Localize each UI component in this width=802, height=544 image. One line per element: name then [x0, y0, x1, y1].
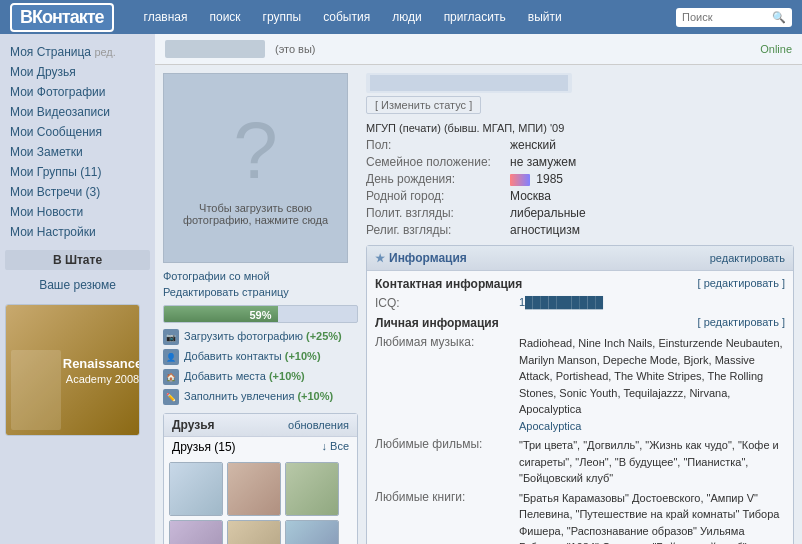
sidebar-item-my-videos[interactable]: Мои Видеозаписи — [5, 102, 150, 122]
sidebar-item-my-news[interactable]: Мои Новости — [5, 202, 150, 222]
ad-content: Renaissance Academy 2008 — [6, 305, 139, 435]
search-input[interactable] — [682, 11, 772, 23]
this-is-you-label: (это вы) — [275, 43, 316, 55]
photos-with-me-link[interactable]: Фотографии со мной — [163, 268, 358, 284]
contact-info-header: Контактная информация [ редактировать ] — [375, 277, 785, 293]
profile-left-panel: ? Чтобы загрузить свою фотографию, нажми… — [163, 73, 358, 544]
nav-people[interactable]: люди — [382, 4, 431, 30]
sidebar-item-my-settings[interactable]: Мои Настройки — [5, 222, 150, 242]
friends-count: Друзья (15) — [172, 440, 236, 454]
photo-upload-prompt: Чтобы загрузить свою фотографию, нажмите… — [164, 197, 347, 231]
fill-interests-text[interactable]: Заполнить увлечения (+10%) — [184, 389, 333, 403]
personal-info-title: Личная информация — [375, 316, 499, 330]
icq-row: ICQ: 1██████████ — [375, 296, 785, 310]
friend-avatar[interactable] — [285, 520, 339, 544]
sidebar-item-my-groups[interactable]: Мои Группы (11) — [5, 162, 150, 182]
friends-all-link[interactable]: ↓ Все — [321, 440, 349, 454]
friend-avatar[interactable] — [227, 520, 281, 544]
contact-info-title: Контактная информация — [375, 277, 522, 291]
friends-title: Друзья — [172, 418, 215, 432]
nav-invite[interactable]: пригласить — [434, 4, 516, 30]
progress-text: 59% — [164, 306, 357, 323]
friends-updates[interactable]: обновления — [288, 419, 349, 431]
friend-avatar[interactable] — [227, 462, 281, 516]
display-name: ████████████████████ — [366, 73, 572, 93]
nav-logout[interactable]: выйти — [518, 4, 572, 30]
sidebar-section-status: В Штате — [5, 250, 150, 270]
profile-progress-bar: 59% — [163, 305, 358, 323]
info-row-city: Родной город: Москва — [366, 189, 794, 203]
search-icon[interactable]: 🔍 — [772, 11, 786, 24]
profile-body: ? Чтобы загрузить свою фотографию, нажми… — [155, 65, 802, 544]
friend-avatar[interactable] — [285, 462, 339, 516]
photo-actions: Фотографии со мной Редактировать страниц… — [163, 268, 358, 300]
contact-info-subsection: Контактная информация [ редактировать ] … — [375, 277, 785, 310]
upload-photo-text[interactable]: Загрузить фотографию (+25%) — [184, 329, 342, 343]
contact-info-edit[interactable]: [ редактировать ] — [698, 277, 785, 293]
info-row-birthday: День рождения: 1985 — [366, 172, 794, 186]
photo-upload-box[interactable]: ? Чтобы загрузить свою фотографию, нажми… — [163, 73, 348, 263]
friends-section-header: Друзья обновления — [164, 414, 357, 437]
info-section-body: Контактная информация [ редактировать ] … — [367, 271, 793, 544]
profile-action-items: 📷 Загрузить фотографию (+25%) 👤 Добавить… — [163, 329, 358, 405]
friends-grid — [164, 457, 357, 544]
apocalyptica-link[interactable]: Apocalyptica — [519, 420, 581, 432]
content: (это вы) Online ? Чтобы загрузить свою ф… — [155, 34, 802, 544]
add-contacts-text[interactable]: Добавить контакты (+10%) — [184, 349, 321, 363]
sidebar-item-my-notes[interactable]: Мои Заметки — [5, 142, 150, 162]
info-section-header: Информация редактировать — [367, 246, 793, 271]
change-status-button[interactable]: [ Изменить статус ] — [366, 96, 481, 114]
profile-right-panel: ████████████████████ [ Изменить статус ]… — [366, 73, 794, 544]
friend-avatar[interactable] — [169, 462, 223, 516]
info-section-title: Информация — [375, 251, 467, 265]
nav-groups[interactable]: группы — [253, 4, 312, 30]
add-places-icon: 🏠 — [163, 369, 179, 385]
friend-avatar[interactable] — [169, 520, 223, 544]
personal-info-subsection: Личная информация [ редактировать ] Люби… — [375, 316, 785, 544]
movies-row: Любимые фильмы: "Три цвета", "Догвилль",… — [375, 437, 785, 487]
friends-count-row: Друзья (15) ↓ Все — [164, 437, 357, 457]
sidebar-item-my-events[interactable]: Мои Встречи (3) — [5, 182, 150, 202]
header: ВКонтакте главная поиск группы события л… — [0, 0, 802, 34]
resume-link[interactable]: Ваше резюме — [39, 278, 116, 292]
nav-home[interactable]: главная — [134, 4, 198, 30]
sidebar-item-my-friends[interactable]: Мои Друзья — [5, 62, 150, 82]
nav-events[interactable]: события — [313, 4, 380, 30]
music-value: Radiohead, Nine Inch Nails, Einsturzende… — [519, 335, 785, 434]
music-row: Любимая музыка: Radiohead, Nine Inch Nai… — [375, 335, 785, 434]
ad-title: Renaissance — [63, 356, 140, 371]
logo-vk: ВКонтакте — [20, 7, 104, 28]
books-row: Любимые книги: "Братья Карамазовы" Досто… — [375, 490, 785, 545]
birthday-icon — [510, 174, 530, 186]
fill-interests-icon: ✏️ — [163, 389, 179, 405]
action-fill-interests: ✏️ Заполнить увлечения (+10%) — [163, 389, 358, 405]
ad-figure — [11, 350, 61, 430]
online-status: Online — [760, 43, 792, 55]
info-row-religion: Религ. взгляды: агностицизм — [366, 223, 794, 237]
add-places-text[interactable]: Добавить места (+10%) — [184, 369, 305, 383]
action-add-contacts: 👤 Добавить контакты (+10%) — [163, 349, 358, 365]
info-row-gender: Пол: женский — [366, 138, 794, 152]
sidebar: Моя Страница ред. Мои Друзья Мои Фотогра… — [0, 34, 155, 544]
info-section-edit[interactable]: редактировать — [710, 252, 785, 264]
sidebar-item-my-photos[interactable]: Мои Фотографии — [5, 82, 150, 102]
resume-box: Ваше резюме — [5, 274, 150, 296]
profile-header-bar: (это вы) Online — [155, 34, 802, 65]
friends-section: Друзья обновления Друзья (15) ↓ Все — [163, 413, 358, 544]
books-value: "Братья Карамазовы" Достоевского, "Ампир… — [519, 490, 785, 545]
sidebar-item-my-page[interactable]: Моя Страница ред. — [5, 42, 150, 62]
info-row-political: Полит. взгляды: либеральные — [366, 206, 794, 220]
name-status: ████████████████████ [ Изменить статус ] — [366, 73, 794, 114]
nav-search[interactable]: поиск — [199, 4, 250, 30]
personal-info-edit[interactable]: [ редактировать ] — [698, 316, 785, 332]
education-info: МГУП (печати) (бывш. МГАП, МПИ) '09 — [366, 122, 794, 134]
main-layout: Моя Страница ред. Мои Друзья Мои Фотогра… — [0, 34, 802, 544]
sidebar-edit-link[interactable]: ред. — [94, 46, 115, 58]
advertisement[interactable]: Renaissance Academy 2008 — [5, 304, 140, 436]
logo[interactable]: ВКонтакте — [10, 3, 114, 32]
main-nav: главная поиск группы события люди пригла… — [134, 4, 676, 30]
sidebar-item-my-messages[interactable]: Мои Сообщения — [5, 122, 150, 142]
icq-value: 1██████████ — [519, 296, 603, 310]
action-upload-photo: 📷 Загрузить фотографию (+25%) — [163, 329, 358, 345]
edit-page-link[interactable]: Редактировать страницу — [163, 284, 358, 300]
